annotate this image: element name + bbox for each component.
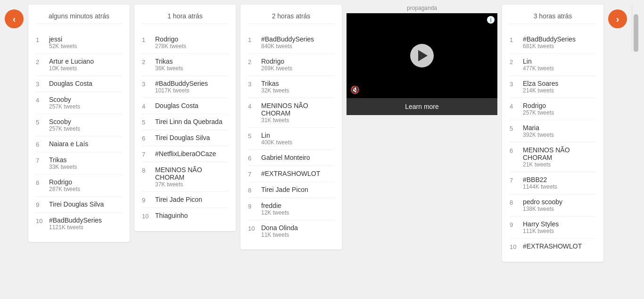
trend-item[interactable]: 8MENINOS NÃO CHORAM37K tweets [142, 162, 228, 192]
trend-rank: 4 [510, 103, 519, 110]
trend-tweets: 12K tweets [261, 209, 334, 216]
trend-info: Trikas36K tweets [155, 58, 228, 72]
trend-name: Naiara e Laís [49, 140, 122, 148]
trend-item[interactable]: 8pedro scooby138K tweets [510, 194, 596, 216]
trend-item[interactable]: 7Trikas33K tweets [36, 152, 122, 174]
scrollbar-thumb[interactable] [634, 14, 638, 52]
scrollbar[interactable] [632, 5, 639, 52]
trend-name: #BBB22 [523, 176, 596, 183]
trend-info: #BadBuddySeries1121K tweets [49, 216, 122, 231]
mute-button[interactable]: 🔇 [350, 85, 360, 94]
trend-name: Scooby [49, 96, 122, 103]
trend-item[interactable]: 9Tirei Jade Picon [142, 192, 228, 208]
trend-name: #BadBuddySeries [523, 35, 596, 43]
trend-tweets: 52K tweets [49, 43, 122, 50]
trend-info: Naiara e Laís [49, 140, 122, 148]
trend-rank: 5 [248, 133, 257, 140]
trend-rank: 2 [36, 58, 45, 66]
trend-item[interactable]: 8Tirei Jade Picon [248, 182, 334, 198]
trend-item[interactable]: 6Tirei Douglas Silva [142, 130, 228, 146]
trend-tweets: 214K tweets [523, 87, 596, 94]
trend-tweets: 681K tweets [523, 43, 596, 50]
trend-item[interactable]: 4MENINOS NÃO CHORAM31K tweets [248, 98, 334, 128]
trend-rank: 1 [510, 36, 519, 43]
trend-info: Rodrigo278K tweets [155, 35, 228, 50]
trend-info: Tirei Jade Picon [261, 186, 334, 193]
trend-name: #BadBuddySeries [49, 216, 122, 224]
trend-name: Trikas [261, 80, 334, 87]
column-col3: 2 horas atrás1#BadBuddySeries840K tweets… [240, 5, 342, 249]
trend-rank: 6 [142, 135, 151, 142]
trend-name: Rodrigo [49, 178, 122, 186]
trend-rank: 8 [36, 179, 45, 186]
trend-item[interactable]: 7#EXTRASHOWLOT [248, 166, 334, 182]
trend-name: Tirei Douglas Silva [49, 200, 122, 208]
trend-item[interactable]: 8Rodrigo287K tweets [36, 174, 122, 197]
trend-item[interactable]: 3Elza Soares214K tweets [510, 76, 596, 98]
trend-tweets: 33K tweets [49, 164, 122, 170]
trend-name: Elza Soares [523, 80, 596, 87]
trend-rank: 9 [142, 197, 151, 204]
trend-item[interactable]: 6Gabriel Monteiro [248, 150, 334, 166]
trend-info: Douglas Costa [49, 80, 122, 87]
trend-item[interactable]: 9freddie12K tweets [248, 198, 334, 220]
trend-item[interactable]: 9Harry Styles111K tweets [510, 216, 596, 239]
trend-info: Tirei Douglas Silva [155, 134, 228, 141]
trend-name: pedro scooby [523, 198, 596, 206]
trend-info: Harry Styles111K tweets [523, 220, 596, 234]
trend-item[interactable]: 5Maria392K tweets [510, 120, 596, 142]
trend-name: Rodrigo [523, 102, 596, 109]
trend-name: Thiaguinho [155, 212, 228, 219]
learn-more-button[interactable]: Learn more [347, 98, 497, 115]
trend-item[interactable]: 2Rodrigo269K tweets [248, 54, 334, 76]
trend-tweets: 10K tweets [49, 65, 122, 72]
trend-item[interactable]: 4Douglas Costa [142, 98, 228, 114]
trend-item[interactable]: 2Artur e Luciano10K tweets [36, 54, 122, 76]
trend-tweets: 32K tweets [261, 87, 334, 94]
trend-item[interactable]: 9Tirei Douglas Silva [36, 197, 122, 213]
trend-item[interactable]: 4Rodrigo257K tweets [510, 98, 596, 120]
prev-button[interactable]: ‹ [5, 9, 24, 28]
trend-info: Maria392K tweets [523, 124, 596, 138]
play-button[interactable] [410, 44, 434, 67]
trend-tweets: 269K tweets [261, 65, 334, 72]
trend-rank: 8 [248, 187, 257, 194]
trend-list-col1: 1jessi52K tweets2Artur e Luciano10K twee… [36, 32, 122, 234]
column-title-col3: 2 horas atrás [248, 12, 334, 24]
trend-item[interactable]: 1#BadBuddySeries840K tweets [248, 32, 334, 54]
trend-rank: 3 [36, 81, 45, 88]
trend-tweets: 257K tweets [49, 125, 122, 132]
info-icon[interactable]: i [487, 16, 495, 24]
trend-item[interactable]: 6MENINOS NÃO CHORAM21K tweets [510, 142, 596, 172]
trend-item[interactable]: 2Lin477K tweets [510, 54, 596, 76]
trend-item[interactable]: 1Rodrigo278K tweets [142, 32, 228, 54]
trend-item[interactable]: 10#EXTRASHOWLOT [510, 239, 596, 254]
trend-item[interactable]: 5Scooby257K tweets [36, 114, 122, 136]
trend-item[interactable]: 1jessi52K tweets [36, 32, 122, 54]
trend-name: Tirei Jade Picon [155, 196, 228, 203]
trend-item[interactable]: 7#BBB221144K tweets [510, 172, 596, 194]
trend-tweets: 1144K tweets [523, 183, 596, 190]
trend-item[interactable]: 1#BadBuddySeries681K tweets [510, 32, 596, 54]
next-button[interactable]: › [608, 9, 627, 28]
trend-item[interactable]: 3Douglas Costa [36, 76, 122, 92]
trend-item[interactable]: 10Dona Olinda11K tweets [248, 220, 334, 242]
trend-item[interactable]: 3#BadBuddySeries1017K tweets [142, 76, 228, 98]
trend-item[interactable]: 10Thiaguinho [142, 208, 228, 224]
trend-item[interactable]: 6Naiara e Laís [36, 136, 122, 152]
trend-item[interactable]: 5Tirei Linn da Quebrada [142, 114, 228, 130]
trend-item[interactable]: 3Trikas32K tweets [248, 76, 334, 98]
video-player[interactable]: i🔇 [347, 13, 497, 98]
trend-info: Dona Olinda11K tweets [261, 224, 334, 238]
play-icon [418, 50, 428, 61]
trend-info: #BadBuddySeries1017K tweets [155, 80, 228, 94]
trend-rank: 3 [248, 81, 257, 88]
trend-item[interactable]: 5Lin400K tweets [248, 128, 334, 150]
trend-item[interactable]: 10#BadBuddySeries1121K tweets [36, 213, 122, 234]
trend-name: Douglas Costa [49, 80, 122, 87]
trend-info: MENINOS NÃO CHORAM31K tweets [261, 102, 334, 124]
trend-item[interactable]: 7#NetflixLiberaOCaze [142, 146, 228, 162]
trend-item[interactable]: 4Scooby257K tweets [36, 92, 122, 114]
ad-label: propaganda [407, 5, 437, 11]
trend-item[interactable]: 2Trikas36K tweets [142, 54, 228, 76]
